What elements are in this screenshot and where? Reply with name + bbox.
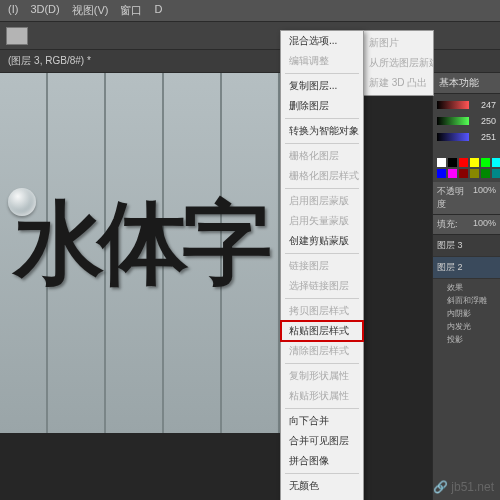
swatch[interactable] [492, 169, 500, 178]
swatch[interactable] [437, 158, 446, 167]
context-menu-item: 栅格化图层 [281, 146, 363, 166]
swatch[interactable] [470, 158, 479, 167]
separator [285, 473, 359, 474]
tool-swatch[interactable] [6, 27, 28, 45]
swatch[interactable] [448, 158, 457, 167]
opacity-value[interactable]: 100% [473, 185, 496, 211]
opacity-label: 不透明度 [437, 185, 473, 211]
right-panels: 基本功能 247 250 251 不透明度 100% 填 [432, 73, 500, 500]
context-menu: 混合选项...编辑调整复制图层...删除图层转换为智能对象栅格化图层栅格化图层样… [280, 30, 364, 500]
separator [285, 363, 359, 364]
watermark: 🔗 jb51.net [433, 480, 494, 494]
swatch[interactable] [448, 169, 457, 178]
canvas-text: 水体字 [0, 183, 280, 305]
slider-g[interactable] [437, 117, 469, 125]
context-menu-item: 拷贝图层样式 [281, 301, 363, 321]
context-menu-item[interactable]: 粘贴图层样式 [281, 321, 363, 341]
value-r: 247 [472, 100, 496, 110]
swatch[interactable] [437, 169, 446, 178]
menubar: (I) 3D(D) 视图(V) 窗口 D [0, 0, 500, 22]
submenu: 新图片 从所选图层新建 3D 凸 新建 3D 凸出 [362, 30, 434, 96]
context-menu-item: 启用图层蒙版 [281, 191, 363, 211]
swatch[interactable] [481, 158, 490, 167]
swatch[interactable] [492, 158, 500, 167]
swatch[interactable] [470, 169, 479, 178]
submenu-item[interactable]: 新图片 [363, 33, 433, 53]
separator [285, 188, 359, 189]
fill-label: 填充: [437, 218, 458, 231]
separator [285, 73, 359, 74]
context-menu-item: 选择链接图层 [281, 276, 363, 296]
context-menu-item[interactable]: 混合选项... [281, 31, 363, 51]
slider-b[interactable] [437, 133, 469, 141]
swatches-panel [433, 154, 500, 182]
menu-item[interactable]: 视图(V) [72, 3, 109, 18]
main-area: 水体字 基本功能 247 250 251 不透明度 100% [0, 73, 500, 500]
value-g: 250 [472, 116, 496, 126]
context-menu-item: 粘贴形状属性 [281, 386, 363, 406]
context-menu-item: 清除图层样式 [281, 341, 363, 361]
value-b: 251 [472, 132, 496, 142]
swatch[interactable] [481, 169, 490, 178]
menu-item[interactable]: D [154, 3, 162, 18]
effects-list: 效果 斜面和浮雕 内阴影 内发光 投影 [433, 279, 500, 348]
context-menu-item[interactable]: 删除图层 [281, 96, 363, 116]
separator [285, 143, 359, 144]
color-panel: 247 250 251 [433, 94, 500, 154]
layer-item[interactable]: 图层 3 [433, 235, 500, 257]
menu-item[interactable]: (I) [8, 3, 18, 18]
layers-panel: 不透明度 100% 填充: 100% 图层 3 图层 2 效果 斜面和浮雕 内阴… [433, 182, 500, 500]
context-menu-item: 编辑调整 [281, 51, 363, 71]
fx-item[interactable]: 内发光 [447, 320, 496, 333]
separator [285, 118, 359, 119]
context-menu-item[interactable]: 转换为智能对象 [281, 121, 363, 141]
swatch[interactable] [459, 158, 468, 167]
context-menu-item[interactable]: 复制图层... [281, 76, 363, 96]
context-menu-item: 链接图层 [281, 256, 363, 276]
submenu-item[interactable]: 从所选图层新建 3D 凸 [363, 53, 433, 73]
separator [285, 253, 359, 254]
layer-item[interactable]: 图层 2 [433, 257, 500, 279]
fx-item[interactable]: 斜面和浮雕 [447, 294, 496, 307]
panel-header[interactable]: 基本功能 [433, 73, 500, 94]
context-menu-item[interactable]: 合并可见图层 [281, 431, 363, 451]
separator [285, 298, 359, 299]
fx-item[interactable]: 投影 [447, 333, 496, 346]
slider-r[interactable] [437, 101, 469, 109]
separator [285, 408, 359, 409]
context-menu-item[interactable]: 无颜色 [281, 476, 363, 496]
swatch[interactable] [459, 169, 468, 178]
context-menu-item: 启用矢量蒙版 [281, 211, 363, 231]
context-menu-item: 复制形状属性 [281, 366, 363, 386]
submenu-item[interactable]: 新建 3D 凸出 [363, 73, 433, 93]
context-menu-item[interactable]: 拼合图像 [281, 451, 363, 471]
context-menu-item: 栅格化图层样式 [281, 166, 363, 186]
fx-item[interactable]: 内阴影 [447, 307, 496, 320]
fill-value[interactable]: 100% [473, 218, 496, 231]
menu-item[interactable]: 窗口 [120, 3, 142, 18]
context-menu-item[interactable]: 向下合并 [281, 411, 363, 431]
fx-title[interactable]: 效果 [447, 281, 496, 294]
canvas-area[interactable]: 水体字 [0, 73, 432, 500]
context-menu-item[interactable]: 红色 [281, 496, 363, 500]
menu-item[interactable]: 3D(D) [30, 3, 59, 18]
context-menu-item[interactable]: 创建剪贴蒙版 [281, 231, 363, 251]
